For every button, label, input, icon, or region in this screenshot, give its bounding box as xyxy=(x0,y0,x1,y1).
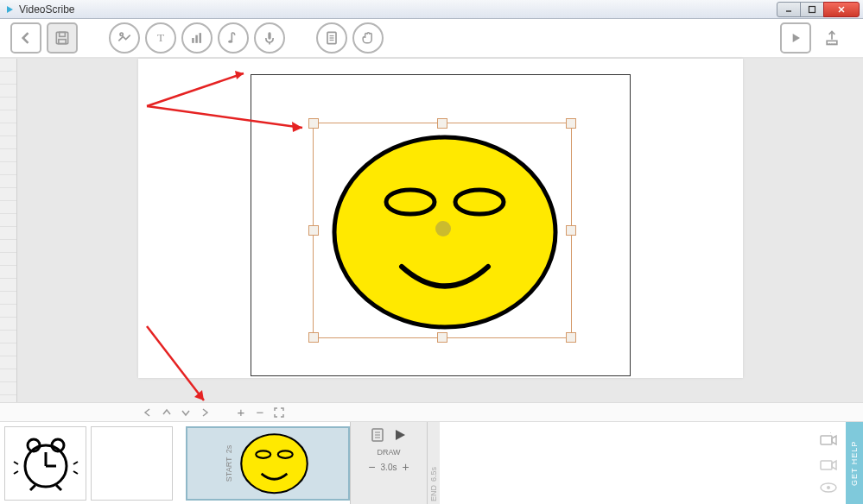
svg-rect-6 xyxy=(60,32,66,36)
timeline-start-label: START 2s xyxy=(223,443,235,484)
back-button[interactable] xyxy=(10,22,41,54)
svg-rect-7 xyxy=(59,40,66,44)
eye-icon[interactable] xyxy=(820,482,837,495)
get-help-tab[interactable]: GET HELP xyxy=(846,422,863,504)
svg-point-25 xyxy=(831,43,832,44)
svg-marker-37 xyxy=(194,390,204,400)
svg-text:+: + xyxy=(828,432,833,436)
timeline-thumb-selected[interactable]: START 2s xyxy=(186,426,350,501)
camera-remove-icon[interactable] xyxy=(820,457,837,473)
resize-handle-tl[interactable] xyxy=(308,118,319,129)
vertical-ruler xyxy=(0,59,17,402)
camera-add-icon[interactable]: + xyxy=(820,432,837,448)
timeline-right-tools: + xyxy=(811,422,846,504)
svg-line-44 xyxy=(56,485,61,490)
draw-label: DRAW xyxy=(377,448,400,457)
nav-up-button[interactable] xyxy=(159,405,175,420)
resize-handle-t[interactable] xyxy=(437,118,447,129)
resize-handle-b[interactable] xyxy=(437,332,447,343)
zoom-fit-button[interactable] xyxy=(271,405,287,420)
svg-point-24 xyxy=(829,43,830,44)
zoom-out-button[interactable]: − xyxy=(252,405,268,420)
add-text-button[interactable]: T xyxy=(145,22,176,54)
window-maximize-button[interactable] xyxy=(800,2,824,17)
svg-point-9 xyxy=(120,33,123,35)
timeline-thumb-1[interactable] xyxy=(4,426,86,501)
svg-point-14 xyxy=(228,41,232,43)
duration-increase-button[interactable]: + xyxy=(402,460,409,474)
canvas-area[interactable] xyxy=(0,59,863,402)
svg-point-59 xyxy=(827,486,830,489)
svg-point-26 xyxy=(832,43,833,44)
paper-button[interactable] xyxy=(316,22,347,54)
svg-point-23 xyxy=(828,43,828,44)
svg-rect-13 xyxy=(200,33,202,43)
timeline-properties-panel: DRAW − 3.0s + xyxy=(350,422,428,504)
resize-handle-br[interactable] xyxy=(566,332,576,343)
resize-handle-r[interactable] xyxy=(566,225,576,236)
main-toolbar: T xyxy=(0,19,863,59)
svg-point-45 xyxy=(241,434,308,493)
resize-handle-tr[interactable] xyxy=(566,118,576,129)
title-bar: VideoScribe xyxy=(0,0,863,19)
window-close-button[interactable] xyxy=(823,2,860,17)
nav-right-button[interactable] xyxy=(197,405,213,420)
add-image-button[interactable] xyxy=(109,22,140,54)
svg-marker-0 xyxy=(7,6,13,13)
svg-point-27 xyxy=(834,43,834,44)
add-chart-button[interactable] xyxy=(181,22,213,54)
export-button[interactable] xyxy=(816,22,847,54)
record-voice-button[interactable] xyxy=(254,22,285,54)
resize-handle-l[interactable] xyxy=(308,225,319,236)
svg-text:T: T xyxy=(157,31,164,44)
duration-decrease-button[interactable]: − xyxy=(368,460,375,474)
app-icon xyxy=(3,3,16,16)
canvas-nav-bar: + − xyxy=(0,402,863,421)
svg-marker-21 xyxy=(793,34,800,42)
duration-value: 3.0s xyxy=(381,463,397,472)
timeline-thumb-2[interactable] xyxy=(91,426,173,501)
save-button[interactable] xyxy=(47,22,78,54)
hand-button[interactable] xyxy=(352,22,384,54)
svg-rect-53 xyxy=(821,436,832,444)
svg-marker-52 xyxy=(396,430,405,440)
svg-rect-15 xyxy=(268,32,270,39)
preview-play-button[interactable] xyxy=(780,22,811,54)
add-music-button[interactable] xyxy=(218,22,249,54)
nav-left-button[interactable] xyxy=(140,405,155,420)
timeline-end-label: END 6.5s xyxy=(428,422,440,504)
window-title: VideoScribe xyxy=(19,3,777,16)
svg-point-28 xyxy=(835,43,836,44)
nav-down-button[interactable] xyxy=(178,405,194,420)
zoom-in-button[interactable]: + xyxy=(233,405,249,420)
play-element-button[interactable] xyxy=(392,427,408,444)
resize-handle-bl[interactable] xyxy=(308,332,319,343)
svg-rect-56 xyxy=(821,461,832,469)
svg-rect-12 xyxy=(195,35,198,43)
svg-rect-11 xyxy=(192,38,194,43)
timeline-thumb-smiley xyxy=(238,430,311,497)
properties-icon[interactable] xyxy=(370,427,385,444)
selection-box[interactable] xyxy=(313,123,572,338)
svg-line-43 xyxy=(30,485,35,490)
window-minimize-button[interactable] xyxy=(777,2,801,17)
svg-rect-2 xyxy=(809,6,815,12)
timeline: START 2s DRAW − 3.0s + END 6.5s + GET HE… xyxy=(0,421,863,504)
